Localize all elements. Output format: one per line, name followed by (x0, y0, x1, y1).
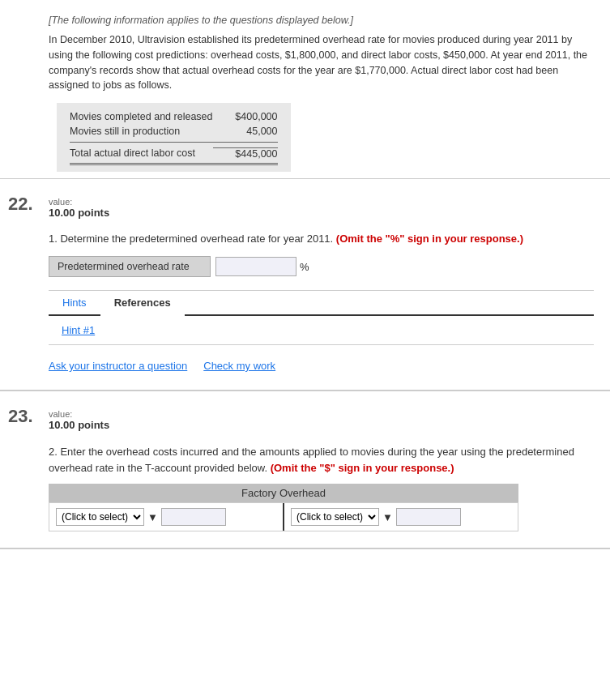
question-23-section: 23. value: 10.00 points 2. Enter the ove… (0, 391, 610, 549)
total-row: Total actual direct labor cost $445,000 (70, 146, 278, 161)
ask-instructor-link[interactable]: Ask your instructor a question (49, 360, 187, 372)
tab-references[interactable]: References (100, 291, 185, 316)
question-23-points: 10.00 points (49, 419, 109, 431)
question-23-prompt-red: (Omit the "$" sign in your response.) (271, 462, 454, 474)
question-22-header: 22. value: 10.00 points (0, 189, 610, 225)
dropdown-arrow-left: ▼ (147, 511, 158, 523)
percent-sign: % (300, 261, 309, 273)
cost-row-1-label: Movies completed and released (70, 111, 213, 122)
question-23-header: 23. value: 10.00 points (0, 401, 610, 438)
question-22-points: 10.00 points (49, 207, 109, 219)
question-23-number: 23. (8, 408, 49, 425)
intro-text: In December 2010, Ultravision establishe… (49, 32, 594, 93)
check-work-link[interactable]: Check my work (203, 360, 275, 372)
intro-section: [The following information applies to th… (0, 8, 610, 179)
factory-header: Factory Overhead (49, 484, 518, 502)
cost-row-2-label: Movies still in production (70, 126, 213, 137)
question-22-prompt-text: 1. Determine the predetermined overhead … (49, 233, 336, 245)
q22-action-links: Ask your instructor a question Check my … (0, 352, 610, 380)
cost-row-1: Movies completed and released $400,000 (70, 109, 278, 124)
cost-row-2-amount: 45,000 (213, 126, 278, 137)
question-23-prompt: 2. Enter the overhead costs incurred and… (49, 444, 594, 476)
question-22-value-label: value: (49, 197, 109, 207)
hint-1-link[interactable]: Hint #1 (62, 324, 95, 336)
cost-row-1-amount: $400,000 (213, 111, 278, 122)
question-22-prompt: 1. Determine the predetermined overhead … (49, 232, 594, 246)
factory-left-select[interactable]: (Click to select) (56, 508, 144, 526)
italic-note: [The following information applies to th… (49, 15, 594, 26)
q22-tab-content: Hint #1 (49, 316, 594, 345)
question-22-number: 22. (8, 195, 49, 213)
total-amount: $445,000 (213, 147, 278, 160)
factory-right-select[interactable]: (Click to select) (291, 508, 379, 526)
dropdown-arrow-right: ▼ (382, 511, 393, 523)
factory-body: (Click to select) ▼ (Click to select) ▼ (49, 502, 518, 531)
overhead-rate-label: Predetermined overhead rate (49, 256, 211, 277)
cost-row-2: Movies still in production 45,000 (70, 124, 278, 139)
factory-left-input[interactable] (161, 508, 226, 526)
factory-left-cell: (Click to select) ▼ (49, 503, 284, 531)
cost-divider (70, 142, 278, 143)
overhead-rate-input-row: Predetermined overhead rate % (49, 256, 594, 277)
question-23-meta: value: 10.00 points (49, 408, 109, 431)
overhead-rate-input[interactable] (215, 257, 296, 276)
q22-tabs-bar: Hints References (49, 291, 594, 316)
cost-table: Movies completed and released $400,000 M… (57, 103, 291, 172)
question-22-meta: value: 10.00 points (49, 195, 109, 219)
question-23-body: 2. Enter the overhead costs incurred and… (0, 438, 610, 538)
question-23-value-label: value: (49, 409, 109, 419)
factory-right-input[interactable] (396, 508, 461, 526)
tab-hints[interactable]: Hints (49, 291, 100, 314)
q22-tabs-container: Hints References Hint #1 (49, 290, 594, 345)
question-22-section: 22. value: 10.00 points 1. Determine the… (0, 179, 610, 391)
page-wrapper: [The following information applies to th… (0, 0, 610, 557)
question-22-prompt-red: (Omit the "%" sign in your response.) (336, 233, 523, 245)
factory-overhead-table: Factory Overhead (Click to select) ▼ (Cl… (49, 484, 518, 531)
double-underline (70, 163, 278, 165)
total-label: Total actual direct labor cost (70, 147, 195, 160)
factory-right-cell: (Click to select) ▼ (284, 503, 518, 531)
question-22-body: 1. Determine the predetermined overhead … (0, 225, 610, 352)
